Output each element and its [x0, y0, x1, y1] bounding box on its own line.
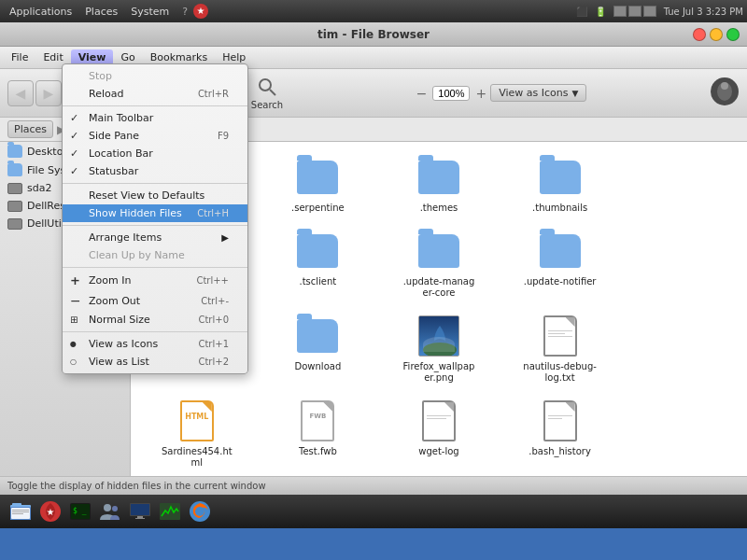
- file-item-bash-history[interactable]: .bash_history: [501, 393, 619, 474]
- menu-entry-reload[interactable]: Reload Ctrl+R: [63, 85, 247, 103]
- menu-entry-statusbar[interactable]: ✓ Statusbar: [63, 162, 247, 180]
- text-file-icon-wget: [422, 400, 456, 441]
- text-file-icon-bash-history: [543, 400, 577, 441]
- nav-buttons: ◀ ▶: [7, 80, 62, 106]
- file-item-sardines[interactable]: HTML Sardines454.html: [138, 393, 256, 474]
- file-item-update-manager[interactable]: .update-manager-core: [380, 223, 498, 304]
- menu-entry-cleanup[interactable]: Clean Up by Name: [63, 246, 247, 264]
- menu-entry-zoom-out[interactable]: − Zoom Out Ctrl+-: [63, 290, 247, 311]
- taskbar-system-monitor[interactable]: [157, 498, 183, 525]
- file-item-thumbnails[interactable]: .thumbnails: [501, 149, 619, 219]
- html-file-icon: HTML: [180, 400, 214, 441]
- menu-entry-zoom-in[interactable]: + Zoom In Ctrl++: [63, 271, 247, 290]
- menu-entry-reset-view[interactable]: Reset View to Defaults: [63, 187, 247, 204]
- zoom-minus: −: [416, 86, 428, 101]
- status-text: Toggle the display of hidden files in th…: [7, 481, 266, 491]
- maximize-button[interactable]: [726, 28, 740, 41]
- svg-rect-23: [12, 510, 29, 511]
- normal-size-label: Normal Size: [89, 314, 150, 326]
- taskbar-terminal[interactable]: $ _: [67, 498, 93, 525]
- main-toolbar-label: Main Toolbar: [89, 112, 153, 124]
- file-name-themes: .themes: [420, 203, 458, 214]
- bash-history-icon: [538, 399, 583, 443]
- taskbar-file-manager[interactable]: [7, 498, 34, 525]
- close-button[interactable]: [693, 28, 706, 41]
- taskbar-firefox[interactable]: [187, 498, 213, 525]
- taskbar-package-manager[interactable]: ★: [37, 498, 63, 525]
- menu-entry-side-pane[interactable]: ✓ Side Pane F9: [63, 127, 247, 145]
- places-crumb[interactable]: Places: [7, 120, 53, 138]
- zoom-input[interactable]: [432, 86, 470, 101]
- file-item-download[interactable]: Download: [260, 308, 377, 389]
- system-menu[interactable]: System: [125, 4, 175, 20]
- menu-entry-main-toolbar[interactable]: ✓ Main Toolbar: [63, 109, 247, 127]
- svg-point-32: [112, 506, 118, 511]
- menu-entry-stop[interactable]: Stop: [63, 67, 247, 85]
- file-name-wget-log: wget-log: [418, 446, 458, 457]
- window-controls: [693, 28, 740, 41]
- generic-file-icon-test: FWB: [301, 400, 334, 441]
- forward-button[interactable]: ▶: [35, 80, 62, 106]
- check-zoom-in: +: [70, 273, 83, 287]
- folder-icon-serpentine: [295, 155, 340, 200]
- menu-entry-location-bar[interactable]: ✓ Location Bar: [63, 145, 247, 162]
- file-item-firefox-wallpaper[interactable]: Firefox_wallpaper.png: [380, 308, 498, 389]
- separator-2: [63, 183, 247, 184]
- separator-4: [63, 267, 247, 268]
- file-item-wget-log[interactable]: wget-log: [380, 393, 498, 474]
- view-list-shortcut: Ctrl+2: [198, 357, 229, 367]
- view-menu-dropdown[interactable]: Stop Reload Ctrl+R ✓ Main Toolbar ✓ Side…: [62, 63, 248, 374]
- location-bar-menu-label: Location Bar: [89, 147, 153, 160]
- file-name-sardines: Sardines454.html: [160, 446, 234, 469]
- zoom-controls: − + View as Icons ▼: [416, 84, 587, 102]
- reload-menu-label: Reload: [89, 88, 123, 100]
- file-item-nautilus-log[interactable]: nautilus-debug-log.txt: [501, 308, 619, 389]
- check-normal-size: ⊞: [70, 315, 83, 325]
- file-item-serpentine[interactable]: .serpentine: [260, 149, 377, 219]
- clock: Tue Jul 3 3:23 PM: [664, 7, 743, 17]
- top-panel: Applications Places System ? ★ ⬛ 🔋 Tue J…: [0, 0, 747, 22]
- taskbar-users[interactable]: [97, 498, 123, 525]
- file-name-update-notifier: .update-notifier: [524, 276, 597, 287]
- system-tray: [613, 6, 656, 17]
- check-location-bar: ✓: [70, 147, 83, 160]
- menu-entry-view-icons[interactable]: ● View as Icons Ctrl+1: [63, 335, 247, 353]
- separator-5: [63, 331, 247, 332]
- back-button[interactable]: ◀: [7, 80, 34, 106]
- sda2-drive-icon: [7, 183, 22, 194]
- file-item-tsclient[interactable]: .tsclient: [260, 223, 377, 304]
- svg-text:★: ★: [47, 507, 55, 517]
- top-panel-right: ⬛ 🔋 Tue Jul 3 3:23 PM: [576, 6, 743, 17]
- menu-entry-normal-size[interactable]: ⊞ Normal Size Ctrl+0: [63, 311, 247, 329]
- minimize-button[interactable]: [710, 28, 723, 41]
- show-hidden-label: Show Hidden Files: [89, 207, 182, 219]
- title-bar: tim - File Browser: [0, 22, 747, 47]
- menu-entry-show-hidden[interactable]: Show Hidden Files Ctrl+H: [63, 204, 247, 222]
- network-icon: ⬛: [576, 7, 587, 17]
- file-item-update-notifier[interactable]: .update-notifier: [501, 223, 619, 304]
- menu-file[interactable]: File: [4, 49, 35, 65]
- search-button[interactable]: Search: [241, 73, 293, 114]
- side-pane-shortcut: F9: [218, 131, 229, 141]
- separator-3: [63, 225, 247, 226]
- menu-entry-arrange-items[interactable]: Arrange Items ▶: [63, 229, 247, 246]
- svg-rect-24: [12, 511, 29, 512]
- desktop-folder-icon: [7, 145, 22, 158]
- places-menu[interactable]: Places: [79, 4, 123, 20]
- dellutil-drive-icon: [7, 218, 22, 230]
- applications-menu[interactable]: Applications: [4, 4, 78, 20]
- zoom-out-shortcut: Ctrl+-: [201, 296, 229, 306]
- cleanup-label: Clean Up by Name: [89, 249, 185, 261]
- check-side-pane: ✓: [70, 130, 83, 142]
- menu-entry-view-list[interactable]: ○ View as List Ctrl+2: [63, 353, 247, 371]
- svg-line-5: [270, 90, 275, 95]
- taskbar-display[interactable]: [127, 498, 153, 525]
- search-icon: [256, 76, 278, 98]
- file-item-test[interactable]: FWB Test.fwb: [260, 393, 377, 474]
- svg-point-39: [195, 507, 204, 516]
- view-as-icons-button[interactable]: View as Icons ▼: [490, 84, 586, 102]
- top-panel-left: Applications Places System ? ★: [4, 4, 208, 20]
- folder-icon-update-manager: [416, 229, 461, 273]
- file-item-themes[interactable]: .themes: [380, 149, 498, 219]
- taskbar: ★ $ _: [0, 495, 747, 528]
